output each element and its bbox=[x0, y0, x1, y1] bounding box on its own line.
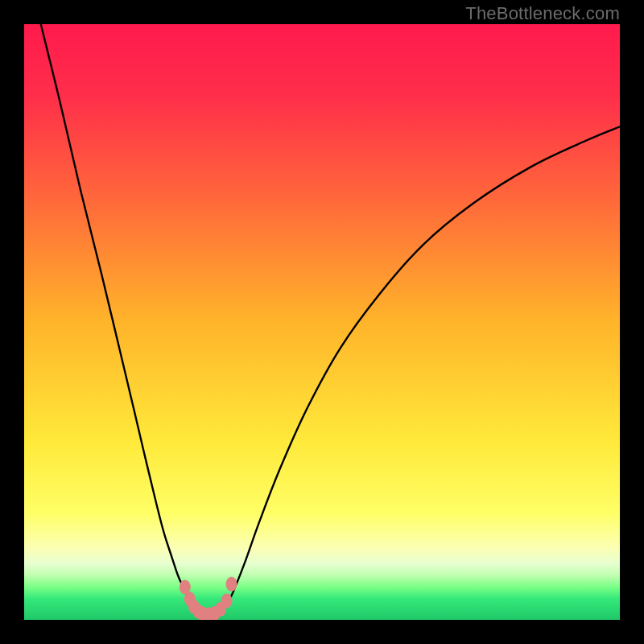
valley-markers bbox=[180, 577, 237, 620]
chart-frame: TheBottleneck.com bbox=[0, 0, 644, 644]
curve-left-branch bbox=[41, 24, 194, 605]
plot-area bbox=[24, 24, 620, 620]
watermark-text: TheBottleneck.com bbox=[465, 3, 620, 24]
curve-layer bbox=[24, 24, 620, 620]
curve-right-branch bbox=[225, 126, 620, 606]
valley-marker bbox=[226, 577, 237, 592]
valley-marker bbox=[221, 593, 233, 608]
